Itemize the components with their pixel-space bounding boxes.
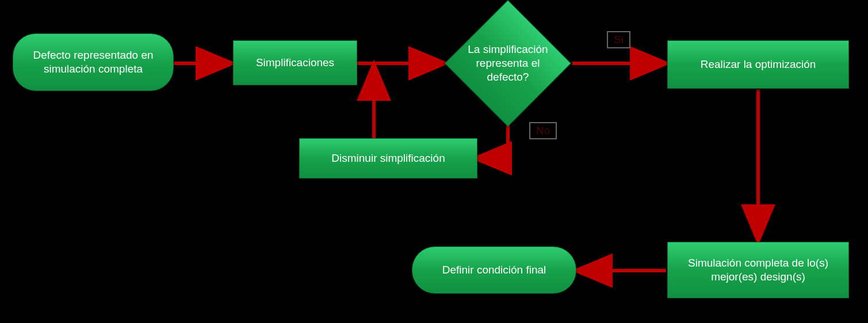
decrease-node: Disminuir simplificación bbox=[299, 138, 477, 178]
simplify-node-label: Simplificaciones bbox=[256, 56, 334, 70]
optimize-node-label: Realizar la optimización bbox=[701, 58, 816, 71]
no-label-text: No bbox=[536, 124, 550, 136]
final-node-label: Definir condición final bbox=[442, 263, 546, 277]
decision-node: La simplificación representa el defecto? bbox=[463, 18, 553, 108]
final-node: Definir condición final bbox=[412, 246, 576, 294]
simplify-node: Simplificaciones bbox=[233, 40, 357, 85]
optimize-node: Realizar la optimización bbox=[667, 40, 849, 89]
start-node-label: Defecto representado en simulación compl… bbox=[21, 48, 165, 76]
fullsim-node: Simulación completa de lo(s) mejor(es) d… bbox=[667, 242, 849, 298]
start-node: Defecto representado en simulación compl… bbox=[13, 33, 174, 91]
no-label: No bbox=[529, 122, 557, 139]
decision-node-label: La simplificación representa el defecto? bbox=[456, 43, 560, 83]
yes-label: Si bbox=[607, 31, 630, 48]
fullsim-node-label: Simulación completa de lo(s) mejor(es) d… bbox=[676, 256, 840, 284]
yes-label-text: Si bbox=[614, 33, 624, 45]
decrease-node-label: Disminuir simplificación bbox=[331, 151, 445, 165]
